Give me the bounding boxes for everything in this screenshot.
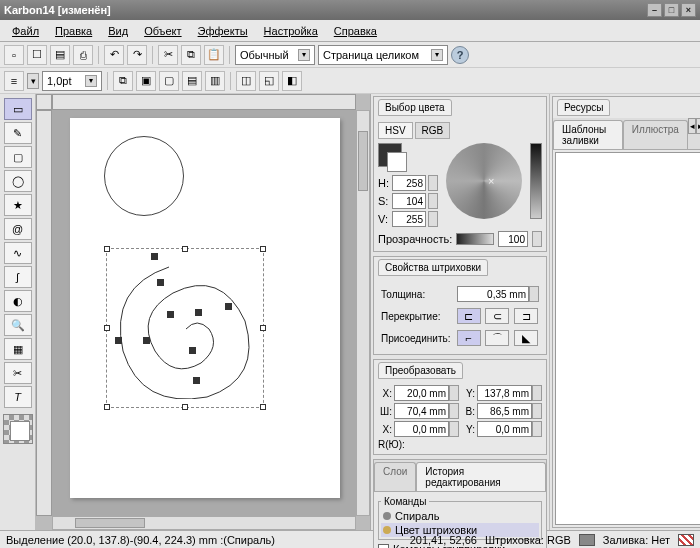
stroke-width-combo[interactable]: 1,0pt ▾	[42, 71, 102, 91]
scrollbar-horizontal[interactable]	[52, 516, 356, 530]
menu-edit[interactable]: Правка	[49, 23, 98, 39]
y2-field[interactable]: 0,0 mm	[477, 421, 532, 437]
scrollbar-thumb[interactable]	[75, 518, 145, 528]
node[interactable]	[193, 377, 200, 384]
star-tool[interactable]: ★	[4, 194, 32, 216]
lower-icon[interactable]: ▥	[205, 71, 225, 91]
copy-icon[interactable]: ⧉	[181, 45, 201, 65]
menu-file[interactable]: Файл	[6, 23, 45, 39]
open-icon[interactable]: ☐	[27, 45, 47, 65]
fill-swatch[interactable]	[678, 534, 694, 546]
node[interactable]	[115, 337, 122, 344]
transparency-field[interactable]: 100	[498, 231, 528, 247]
node[interactable]	[195, 309, 202, 316]
menu-object[interactable]: Объект	[138, 23, 187, 39]
menu-view[interactable]: Вид	[102, 23, 134, 39]
spinner[interactable]	[529, 286, 539, 302]
h-field[interactable]: 258	[392, 175, 426, 191]
save-icon[interactable]: ▤	[50, 45, 70, 65]
h-field[interactable]: 86,5 mm	[477, 403, 532, 419]
color-wheel[interactable]	[446, 143, 522, 219]
selection-box[interactable]	[106, 248, 264, 408]
resize-handle[interactable]	[182, 246, 188, 252]
history-item[interactable]: Спираль	[381, 509, 539, 523]
bezier-tool[interactable]: ∫	[4, 266, 32, 288]
send-back-icon[interactable]: ▢	[159, 71, 179, 91]
resources-list[interactable]	[555, 152, 700, 525]
node[interactable]	[151, 253, 158, 260]
stroke-swatch[interactable]	[579, 534, 595, 546]
spinner[interactable]	[449, 385, 459, 401]
maximize-button[interactable]: □	[664, 3, 679, 17]
scissors-tool[interactable]: ✂	[4, 362, 32, 384]
rect-tool[interactable]: ▢	[4, 146, 32, 168]
zoom-combo[interactable]: Страница целиком ▾	[318, 45, 448, 65]
spinner[interactable]	[428, 211, 438, 227]
fg-bg-swatch[interactable]	[378, 143, 402, 167]
v-field[interactable]: 255	[392, 211, 426, 227]
stroke-width-field[interactable]: 0,35 mm	[457, 286, 529, 302]
resize-handle[interactable]	[104, 404, 110, 410]
tab-fill-patterns[interactable]: Шаблоны заливки	[553, 120, 623, 149]
align-icon[interactable]: ◧	[282, 71, 302, 91]
menu-settings[interactable]: Настройка	[258, 23, 324, 39]
view-mode-combo[interactable]: Обычный ▾	[235, 45, 315, 65]
help-icon[interactable]: ?	[451, 46, 469, 64]
resize-handle[interactable]	[104, 246, 110, 252]
color-swatch[interactable]	[3, 414, 33, 444]
resize-handle[interactable]	[104, 325, 110, 331]
select-tool[interactable]: ▭	[4, 98, 32, 120]
resize-handle[interactable]	[260, 325, 266, 331]
new-icon[interactable]: ▫	[4, 45, 24, 65]
join-bevel-button[interactable]: ◣	[514, 330, 538, 346]
tab-rgb[interactable]: RGB	[415, 122, 451, 139]
cut-icon[interactable]: ✂	[158, 45, 178, 65]
ruler-horizontal[interactable]	[52, 94, 356, 110]
resize-handle[interactable]	[182, 404, 188, 410]
x2-field[interactable]: 0,0 mm	[394, 421, 449, 437]
cap-square-button[interactable]: ⊐	[514, 308, 538, 324]
menu-effects[interactable]: Эффекты	[192, 23, 254, 39]
edit-tool[interactable]: ✎	[4, 122, 32, 144]
node[interactable]	[189, 347, 196, 354]
canvas[interactable]	[52, 110, 356, 516]
x-field[interactable]: 20,0 mm	[394, 385, 449, 401]
ruler-vertical[interactable]	[36, 110, 52, 516]
scrollbar-vertical[interactable]	[356, 110, 370, 516]
spiral-tool[interactable]: @	[4, 218, 32, 240]
transparency-slider[interactable]	[456, 233, 494, 245]
join-round-button[interactable]: ⌒	[485, 330, 509, 346]
join-miter-button[interactable]: ⌐	[457, 330, 481, 346]
spinner[interactable]	[532, 421, 542, 437]
ungroup-icon[interactable]: ◱	[259, 71, 279, 91]
node[interactable]	[157, 279, 164, 286]
ellipse-tool[interactable]: ◯	[4, 170, 32, 192]
s-field[interactable]: 104	[392, 193, 426, 209]
spinner[interactable]	[428, 175, 438, 191]
zoom-tool[interactable]: 🔍	[4, 314, 32, 336]
circle-shape[interactable]	[104, 136, 184, 216]
node[interactable]	[225, 303, 232, 310]
menu-help[interactable]: Справка	[328, 23, 383, 39]
spinner[interactable]	[449, 403, 459, 419]
polyline-tool[interactable]: ∿	[4, 242, 32, 264]
cap-butt-button[interactable]: ⊏	[457, 308, 481, 324]
redo-icon[interactable]: ↷	[127, 45, 147, 65]
y-field[interactable]: 137,8 mm	[477, 385, 532, 401]
gradient-tool[interactable]: ◐	[4, 290, 32, 312]
cap-round-button[interactable]: ⊂	[485, 308, 509, 324]
tab-clipart[interactable]: Иллюстра	[623, 120, 688, 149]
bring-front-icon[interactable]: ▣	[136, 71, 156, 91]
resize-handle[interactable]	[260, 404, 266, 410]
undo-icon[interactable]: ↶	[104, 45, 124, 65]
value-slider[interactable]	[530, 143, 542, 219]
raise-icon[interactable]: ▤	[182, 71, 202, 91]
minimize-button[interactable]: –	[647, 3, 662, 17]
print-icon[interactable]: ⎙	[73, 45, 93, 65]
resize-handle[interactable]	[260, 246, 266, 252]
tab-hsv[interactable]: HSV	[378, 122, 413, 139]
paste-icon[interactable]: 📋	[204, 45, 224, 65]
node[interactable]	[143, 337, 150, 344]
spinner[interactable]	[532, 403, 542, 419]
chevron-down-icon[interactable]: ▾	[27, 73, 39, 89]
